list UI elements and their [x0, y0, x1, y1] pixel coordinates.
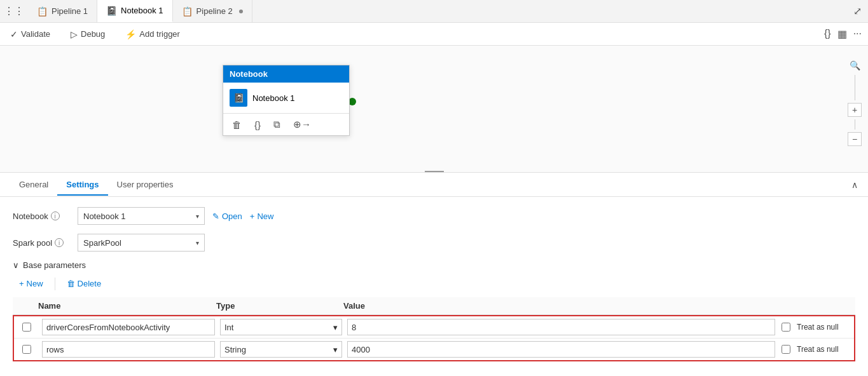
- notebook-select-chevron: ▾: [196, 213, 199, 220]
- pipeline1-label: Pipeline 1: [52, 6, 88, 16]
- popup-connect-button[interactable]: ⊕→: [291, 117, 313, 131]
- param-row-0-treat-cell: Treat as null: [778, 320, 854, 334]
- add-trigger-button[interactable]: ⚡ Add trigger: [121, 27, 184, 42]
- param-row-0-type-value: Int: [224, 323, 233, 332]
- canvas-search-icon[interactable]: 🔍: [848, 58, 862, 72]
- base-parameters-header[interactable]: ∨ Base parameters: [13, 260, 855, 270]
- param-row-1-name-input[interactable]: [42, 341, 215, 358]
- param-row-1-treat-cell: Treat as null: [778, 342, 854, 356]
- tab-pipeline1[interactable]: 📋 Pipeline 1: [28, 0, 97, 22]
- param-row-1-type-cell: String ▾: [217, 339, 345, 360]
- template-icon[interactable]: ▦: [837, 28, 847, 40]
- param-row-0: Int ▾ Treat as null: [14, 316, 854, 339]
- debug-label: Debug: [81, 29, 105, 39]
- param-row-0-value-input[interactable]: [347, 319, 775, 335]
- tab-notebook1[interactable]: 📓 Notebook 1: [97, 0, 173, 22]
- open-label: Open: [222, 211, 242, 221]
- spark-pool-select-value: SparkPool: [83, 238, 121, 248]
- new-label: New: [257, 211, 273, 221]
- param-row-1-type-select[interactable]: String ▾: [220, 341, 342, 358]
- notebook-form-row: Notebook i Notebook 1 ▾ ✎ Open + New: [13, 207, 855, 225]
- settings-content: Notebook i Notebook 1 ▾ ✎ Open + New: [0, 197, 868, 372]
- zoom-controls: 🔍 + −: [848, 58, 862, 146]
- main-area: Notebook 📓 Notebook 1 🗑 {} ⧉ ⊕→ 🔍 + −: [0, 46, 868, 376]
- popup-delete-button[interactable]: 🗑: [230, 118, 244, 131]
- spark-pool-select-chevron: ▾: [196, 239, 199, 246]
- params-new-button[interactable]: + New: [13, 276, 50, 291]
- param-row-1-value-input[interactable]: [347, 341, 775, 358]
- code-icon[interactable]: {}: [824, 28, 831, 40]
- zoom-divider: [855, 75, 855, 100]
- panel-collapse-button[interactable]: ∧: [851, 180, 858, 190]
- new-icon: +: [250, 211, 255, 221]
- notebook1-label: Notebook 1: [121, 6, 163, 15]
- param-row-0-treat-checkbox[interactable]: [782, 323, 790, 332]
- pipeline1-icon: 📋: [37, 6, 48, 17]
- spark-pool-info-icon[interactable]: i: [55, 238, 64, 247]
- spark-pool-select[interactable]: SparkPool ▾: [78, 234, 205, 252]
- expand-icon[interactable]: ⤢: [853, 5, 862, 17]
- param-row-1: String ▾ Treat as null: [14, 339, 854, 360]
- canvas-area[interactable]: Notebook 📓 Notebook 1 🗑 {} ⧉ ⊕→ 🔍 + −: [0, 46, 868, 173]
- canvas-separator: [425, 171, 444, 172]
- tab-pipeline2[interactable]: 📋 Pipeline 2: [173, 0, 252, 22]
- more-options-icon[interactable]: ···: [853, 28, 862, 40]
- popup-copy-button[interactable]: ⧉: [271, 117, 283, 131]
- param-row-1-treat-checkbox[interactable]: [782, 345, 790, 354]
- new-button[interactable]: + New: [250, 211, 274, 221]
- toolbar: ✓ Validate ▷ Debug ⚡ Add trigger {} ▦ ··…: [0, 23, 868, 46]
- spark-pool-label: Spark pool i: [13, 238, 70, 248]
- debug-button[interactable]: ▷ Debug: [67, 27, 109, 42]
- add-trigger-label: Add trigger: [139, 29, 180, 39]
- tab-bar-actions: ⤢: [853, 5, 868, 17]
- tab-general[interactable]: General: [10, 175, 57, 196]
- trigger-icon: ⚡: [125, 29, 136, 39]
- properties-panel: General Settings User properties ∧ Noteb…: [0, 173, 868, 376]
- param-row-0-treat-label: Treat as null: [793, 323, 839, 332]
- toolbar-right: {} ▦ ···: [824, 28, 862, 40]
- spark-pool-form-row: Spark pool i SparkPool ▾: [13, 234, 855, 252]
- base-parameters-chevron: ∨: [13, 260, 19, 270]
- zoom-in-button[interactable]: +: [848, 103, 862, 117]
- params-delete-icon: 🗑: [67, 279, 75, 288]
- popup-actions: 🗑 {} ⧉ ⊕→: [223, 113, 349, 135]
- popup-notebook-name: Notebook 1: [252, 93, 295, 103]
- pipeline2-unsaved-dot: [239, 10, 243, 13]
- param-row-0-type-select[interactable]: Int ▾: [220, 319, 342, 335]
- validate-label: Validate: [21, 29, 50, 39]
- params-table: Name Type Value: [13, 297, 855, 315]
- col-treat-header: [779, 297, 855, 315]
- base-parameters-label: Base parameters: [23, 260, 86, 270]
- params-delete-button[interactable]: 🗑 Delete: [60, 276, 108, 291]
- tab-user-properties[interactable]: User properties: [108, 175, 183, 196]
- tab-user-properties-label: User properties: [117, 180, 174, 189]
- params-delete-label: Delete: [78, 279, 102, 288]
- left-panel-toggle[interactable]: ⋮⋮: [0, 0, 28, 22]
- notebook-label-text: Notebook: [13, 211, 48, 221]
- open-icon: ✎: [212, 211, 219, 221]
- param-row-1-checkbox[interactable]: [22, 345, 31, 354]
- panel-tabs: General Settings User properties ∧: [0, 173, 868, 197]
- zoom-out-button[interactable]: −: [848, 132, 862, 146]
- notebook1-icon: 📓: [106, 6, 117, 16]
- pipeline2-label: Pipeline 2: [196, 6, 233, 16]
- debug-icon: ▷: [71, 29, 78, 39]
- params-toolbar-divider: [55, 278, 55, 290]
- open-button[interactable]: ✎ Open: [212, 211, 242, 221]
- col-value-header: Value: [337, 297, 779, 315]
- param-row-1-check: [14, 345, 39, 354]
- tab-settings[interactable]: Settings: [57, 175, 107, 196]
- validate-button[interactable]: ✓ Validate: [6, 27, 54, 42]
- param-row-1-value-cell: [345, 339, 778, 360]
- params-new-label: New: [27, 279, 43, 288]
- tab-bar: ⋮⋮ 📋 Pipeline 1 📓 Notebook 1 📋 Pipeline …: [0, 0, 868, 23]
- notebook-select[interactable]: Notebook 1 ▾: [78, 207, 205, 225]
- popup-body: 📓 Notebook 1: [223, 83, 349, 113]
- param-row-0-value-cell: [345, 316, 778, 338]
- param-row-0-checkbox[interactable]: [22, 323, 31, 332]
- popup-code-button[interactable]: {}: [252, 118, 263, 131]
- notebook-info-icon[interactable]: i: [51, 211, 60, 220]
- pipeline2-icon: 📋: [182, 6, 193, 17]
- param-row-0-check: [14, 323, 39, 332]
- param-row-0-name-input[interactable]: [42, 319, 215, 335]
